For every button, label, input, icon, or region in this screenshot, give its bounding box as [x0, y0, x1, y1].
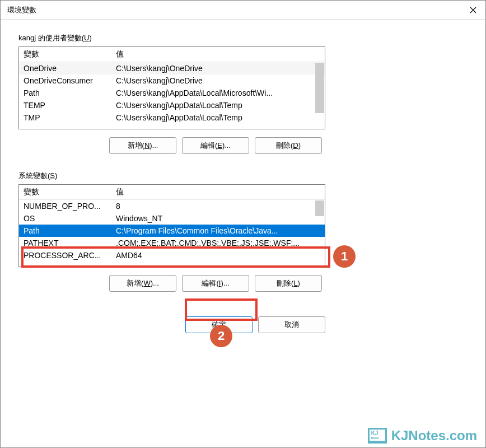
table-row[interactable]: NUMBER_OF_PRO...8	[19, 200, 325, 213]
annotation-badge-1: 1	[333, 245, 356, 268]
watermark: KJNotes.com	[368, 428, 477, 444]
watermark-icon	[368, 428, 387, 444]
annotation-badge-2: 2	[210, 325, 232, 347]
close-icon	[470, 7, 476, 13]
sys-col-variable[interactable]: 變數	[19, 185, 111, 200]
cancel-button[interactable]: 取消	[258, 316, 325, 333]
system-vars-table[interactable]: 變數 值 NUMBER_OF_PRO...8 OSWindows_NT Path…	[18, 184, 325, 267]
user-delete-button[interactable]: 刪除(D)	[255, 137, 322, 154]
system-delete-button[interactable]: 刪除(L)	[255, 275, 322, 292]
table-row[interactable]: OSWindows_NT	[19, 212, 325, 225]
user-col-value[interactable]: 值	[111, 47, 325, 62]
system-edit-button[interactable]: 編輯(I)...	[182, 275, 249, 292]
table-row[interactable]: PathC:\Users\kangj\AppData\Local\Microso…	[19, 87, 325, 99]
user-vars-label: kangj 的使用者變數(U)	[18, 33, 468, 43]
table-row[interactable]: TMPC:\Users\kangj\AppData\Local\Temp	[19, 111, 325, 124]
system-buttons: 新增(W)... 編輯(I)... 刪除(L)	[109, 275, 468, 292]
table-row[interactable]: PROCESSOR_ARC...AMD64	[19, 249, 325, 262]
system-new-button[interactable]: 新增(W)...	[109, 275, 176, 292]
window-title: 環境變數	[7, 5, 36, 15]
table-row-selected[interactable]: PathC:\Program Files\Common Files\Oracle…	[19, 225, 325, 237]
table-row[interactable]: PATHEXT.COM;.EXE;.BAT;.CMD;.VBS;.VBE;.JS…	[19, 237, 325, 249]
titlebar: 環境變數	[1, 1, 485, 20]
close-button[interactable]	[461, 1, 485, 20]
user-col-variable[interactable]: 變數	[19, 47, 111, 62]
dialog-content: kangj 的使用者變數(U) 變數 值 OneDriveC:\Users\ka…	[1, 20, 485, 342]
user-vars-table[interactable]: 變數 值 OneDriveC:\Users\kangj\OneDrive One…	[18, 46, 325, 129]
system-vars-label: 系統變數(S)	[18, 171, 468, 181]
table-row[interactable]: OneDriveC:\Users\kangj\OneDrive	[19, 62, 325, 75]
user-new-button[interactable]: 新增(N)...	[109, 137, 176, 154]
scrollbar-thumb[interactable]	[315, 200, 324, 216]
sys-col-value[interactable]: 值	[111, 185, 325, 200]
table-row[interactable]: OneDriveConsumerC:\Users\kangj\OneDrive	[19, 74, 325, 87]
table-row[interactable]: TEMPC:\Users\kangj\AppData\Local\Temp	[19, 99, 325, 111]
watermark-text: KJNotes.com	[391, 428, 477, 444]
env-vars-dialog: 環境變數 kangj 的使用者變數(U) 變數 值 OneDriveC:\Use…	[0, 0, 486, 448]
scrollbar-thumb[interactable]	[315, 63, 324, 113]
dialog-buttons: 確定 取消	[18, 316, 325, 333]
user-edit-button[interactable]: 編輯(E)...	[182, 137, 249, 154]
user-buttons: 新增(N)... 編輯(E)... 刪除(D)	[109, 137, 468, 154]
